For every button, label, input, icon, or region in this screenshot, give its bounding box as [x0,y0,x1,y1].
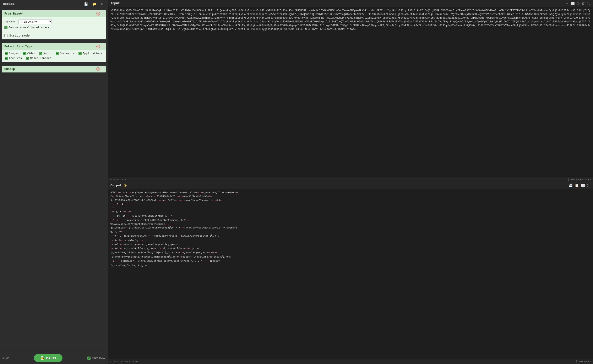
strict-mode-checkbox[interactable] [4,34,7,37]
from-base64-controls: ⊘ [96,12,103,16]
input-fullscreen-icon[interactable]: ⛶ [587,1,591,5]
input-clear-icon[interactable]: 🗑 [582,1,585,5]
alphabet-select[interactable]: A–Za–z0–9+/= [19,19,52,24]
detect-applications-checkbox[interactable] [79,52,82,55]
output-save-icon[interactable]: 💾 [568,183,573,188]
bake-button[interactable]: 👨‍🍳 BAKE! [34,354,63,362]
step-label: STEP [2,357,9,360]
disable-gunzip-button[interactable]: ⊘ [96,67,100,71]
save-recipe-button[interactable]: 💾 [83,2,89,6]
detect-controls: ⊘ [96,45,103,48]
output-copy-icon[interactable]: 📋 [575,183,579,188]
disable-detect-button[interactable]: ⊘ [96,45,100,48]
open-recipe-button[interactable]: 📁 [92,2,97,6]
detect-file-type-header: Detect File Type ⊘ [2,43,106,50]
output-footer: ⏱ 5ms ㎡ 8843 ≣ 83 𝄞 Raw Bytes [108,359,593,364]
recipe-header: Recipe 💾 📁 🗑 [0,0,108,8]
output-footer-left: ⏱ 5ms ㎡ 8843 ≣ 83 [110,360,138,363]
input-pop-out-icon[interactable]: ⬡ [577,1,580,6]
pause-detect-button[interactable] [102,45,103,48]
detect-types-grid: Images Video Audio Documents Application… [5,52,103,55]
recipe-header-icons: 💾 📁 🗑 [83,2,105,6]
divider-1 [2,41,106,41]
strict-mode-row: Strict mode [2,32,106,39]
detect-documents-checkbox[interactable] [56,52,59,55]
detect-file-type-block: Detect File Type ⊘ Images Video [2,43,106,62]
input-new-window-icon[interactable]: ⬜ [571,1,575,6]
input-header: Input ＋ ⬜ ⬡ 🗑 ⛶ [108,0,593,7]
detect-file-type-body: Images Video Audio Documents Application… [2,50,106,62]
output-fullscreen-icon[interactable]: ⛶ [587,184,591,188]
delete-recipe-button[interactable]: 🗑 [100,2,105,6]
from-base64-body: Alphabet A–Za–z0–9+/= Remove non-alphabe… [2,17,106,32]
input-header-icons: ＋ ⬜ ⬡ 🗑 ⛶ [565,1,591,6]
lp-label[interactable]: ← LP [586,178,591,181]
detect-applications-label: Applications [83,52,102,55]
detect-archives-item: Archives [5,57,22,60]
detect-misc-item: Miscellaneous [26,57,51,60]
from-base64-header: From Base64 ⊘ [2,10,106,17]
auto-bake-checkbox[interactable] [87,357,91,360]
detect-misc-label: Miscellaneous [30,57,51,60]
output-header: Output ✨ 💾 📋 ⬜ ⛶ [108,182,593,189]
output-title-row: Output ✨ [111,184,127,187]
input-title: Input [111,2,120,5]
input-byte-count: ㎡ 7332 [110,178,119,181]
remove-non-alpha-row: Remove non-alphabet chars [4,26,103,29]
bake-label: BAKE! [46,356,56,360]
disable-from-base64-button[interactable]: ⊘ [96,12,100,16]
output-content[interactable]: Éß¾˜ ▪▪▪ 1▪5 ▪▪.org/apache/coyote/module… [108,189,593,359]
magic-wand-icon[interactable]: ✨ [123,184,127,187]
gunzip-block: Gunzip ⊘ [2,65,106,73]
detect-audio-checkbox[interactable] [39,52,42,55]
bottom-bar: STEP 👨‍🍳 BAKE! Auto Bake [0,352,108,364]
left-panel: Recipe 💾 📁 🗑 From Base64 ⊘ Alphabet [0,0,108,364]
divider-2 [2,64,106,64]
input-footer: ㎡ 7332 ≣ 1 𝄞 Raw Bytes ← LP [108,177,593,182]
detect-applications-item: Applications [79,52,103,55]
from-base64-block: From Base64 ⊘ Alphabet A–Za–z0–9+/= [2,10,106,39]
detect-archives-label: Archives [9,57,22,60]
pause-from-base64-button[interactable] [102,13,103,15]
detect-video-checkbox[interactable] [23,52,26,55]
alphabet-field-row: Alphabet A–Za–z0–9+/= [4,19,103,24]
input-section: Input ＋ ⬜ ⬡ 🗑 ⛶ uQPl0HdAAHAQOAc8DrwB/At4… [108,0,593,182]
output-new-window-icon[interactable]: ⬜ [581,183,585,188]
remove-non-alpha-label: Remove non-alphabet chars [9,26,49,29]
output-footer-right: 𝄞 Raw Bytes [576,360,591,363]
gunzip-header: Gunzip ⊘ [2,66,106,72]
detect-documents-item: Documents [56,52,75,55]
input-content[interactable]: uQPl0HdAAHAQOAc8DrwB/At4BoBcHenGgF+dL4Fs… [108,7,593,177]
auto-bake-area: Auto Bake [87,357,105,360]
bake-icon: 👨‍🍳 [40,356,44,360]
output-section: Output ✨ 💾 📋 ⬜ ⛶ Éß¾˜ ▪▪▪ 1▪5 ▪▪.org/apa… [108,182,593,364]
detect-video-label: Video [27,52,35,55]
output-byte-count: ㎡ 8843 [121,360,130,363]
gunzip-controls: ⊘ [96,67,103,71]
output-header-icons: 💾 📋 ⬜ ⛶ [568,183,591,188]
right-panel: Input ＋ ⬜ ⬡ 🗑 ⛶ uQPl0HdAAHAQOAc8DrwB/At4… [108,0,593,364]
input-add-icon[interactable]: ＋ [565,1,568,6]
detect-audio-label: Audio [43,52,52,55]
detect-documents-label: Documents [60,52,74,55]
gunzip-title: Gunzip [4,67,15,71]
from-base64-title: From Base64 [4,12,23,15]
detect-video-item: Video [23,52,36,55]
detect-archives-checkbox[interactable] [5,57,8,60]
detect-images-checkbox[interactable] [5,52,8,55]
detect-audio-item: Audio [39,52,52,55]
auto-bake-label: Auto Bake [92,357,105,359]
pause-gunzip-button[interactable] [102,68,103,70]
input-line-count: ≣ 1 [122,178,126,181]
input-footer-left: ㎡ 7332 ≣ 1 [110,178,126,181]
detect-images-item: Images [5,52,20,55]
output-time: ⏱ 5ms [110,360,118,363]
raw-bytes-label[interactable]: 𝄞 Raw Bytes [568,178,583,181]
detect-row2: Archives Miscellaneous [5,57,103,60]
detect-misc-checkbox[interactable] [26,57,29,60]
output-raw-bytes-label[interactable]: 𝄞 Raw Bytes [576,360,591,363]
output-line-count: ≣ 83 [133,360,138,363]
input-footer-right: 𝄞 Raw Bytes ← LP [568,178,591,181]
remove-non-alpha-checkbox[interactable] [4,26,7,29]
output-title: Output [111,184,122,187]
